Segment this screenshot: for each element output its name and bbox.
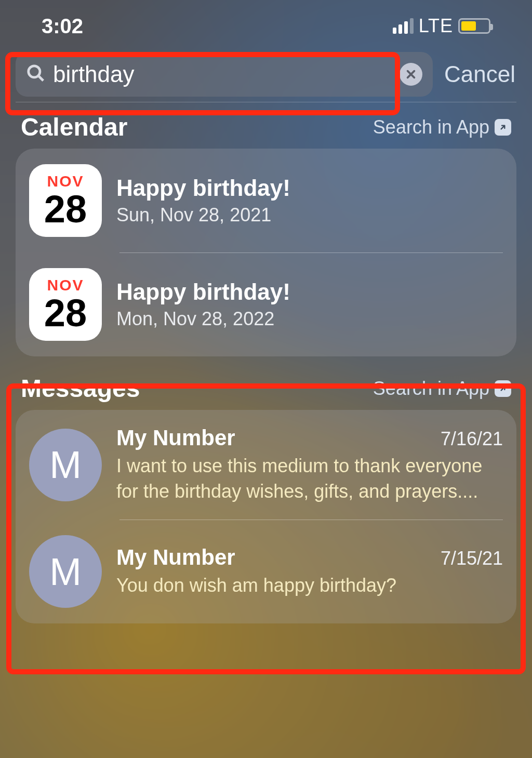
search-in-app-calendar[interactable]: Search in App <box>373 116 511 138</box>
message-result-row[interactable]: M My Number 7/15/21 You don wish am happ… <box>16 520 516 623</box>
messages-results-card: M My Number 7/16/21 I want to use this m… <box>16 410 516 623</box>
clear-search-button[interactable] <box>400 63 422 86</box>
message-preview: I want to use this medium to thank every… <box>116 454 503 504</box>
contact-name: My Number <box>116 425 235 450</box>
message-date: 7/15/21 <box>441 548 503 569</box>
calendar-result-row[interactable]: NOV 28 Happy birthday! Sun, Nov 28, 2021 <box>16 149 516 252</box>
search-field[interactable] <box>16 52 433 97</box>
open-app-icon <box>495 119 511 136</box>
result-subtitle: Mon, Nov 28, 2022 <box>116 308 503 330</box>
message-result-row[interactable]: M My Number 7/16/21 I want to use this m… <box>16 410 516 520</box>
cancel-button[interactable]: Cancel <box>444 61 516 87</box>
status-bar: 3:02 LTE <box>16 0 516 52</box>
open-app-icon <box>495 380 511 397</box>
calendar-result-row[interactable]: NOV 28 Happy birthday! Mon, Nov 28, 2022 <box>16 252 516 356</box>
result-title: Happy birthday! <box>116 279 503 305</box>
contact-name: My Number <box>116 545 235 570</box>
message-preview: You don wish am happy birthday? <box>116 573 503 599</box>
result-subtitle: Sun, Nov 28, 2021 <box>116 204 503 226</box>
message-date: 7/16/21 <box>441 428 503 450</box>
network-label: LTE <box>419 15 453 37</box>
search-input[interactable] <box>46 61 400 87</box>
status-right: LTE <box>393 15 490 37</box>
search-in-app-label: Search in App <box>373 378 489 400</box>
section-title-messages: Messages <box>21 374 140 403</box>
calendar-date-icon: NOV 28 <box>29 164 102 237</box>
search-in-app-messages[interactable]: Search in App <box>373 378 511 400</box>
calendar-results-card: NOV 28 Happy birthday! Sun, Nov 28, 2021… <box>16 149 516 356</box>
avatar: M <box>29 429 102 501</box>
search-in-app-label: Search in App <box>373 116 489 138</box>
battery-icon <box>458 18 490 34</box>
section-title-calendar: Calendar <box>21 113 127 141</box>
status-time: 3:02 <box>42 15 83 38</box>
calendar-date-icon: NOV 28 <box>29 268 102 341</box>
svg-point-0 <box>29 66 40 77</box>
result-title: Happy birthday! <box>116 175 503 201</box>
signal-icon <box>393 18 414 34</box>
avatar: M <box>29 535 102 608</box>
svg-line-1 <box>39 76 44 81</box>
search-icon <box>26 63 46 85</box>
